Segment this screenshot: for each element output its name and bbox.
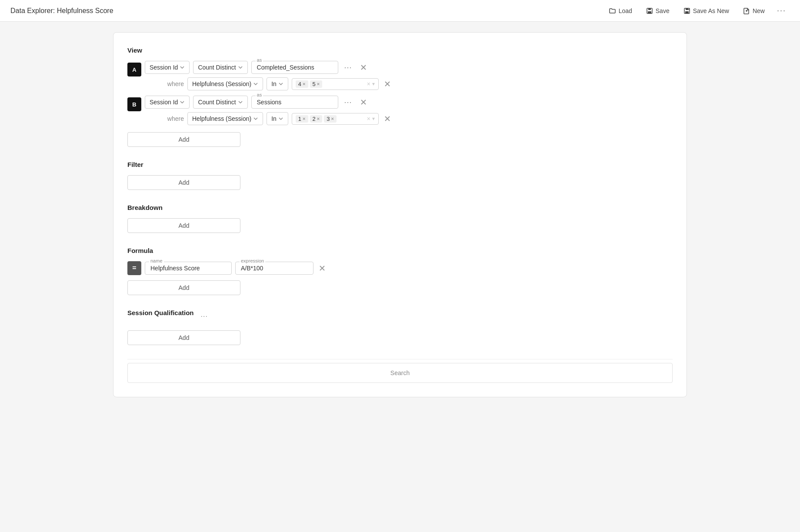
metric-b-filter-op-dropdown[interactable]: In bbox=[267, 112, 288, 125]
main-content: View A Session Id Count Distinct as bbox=[113, 32, 687, 397]
search-bar-wrapper: Search bbox=[127, 359, 673, 383]
metric-b-top: Session Id Count Distinct as ··· bbox=[145, 96, 673, 109]
filter-add-button[interactable]: Add bbox=[127, 175, 240, 190]
chevron-down-icon bbox=[180, 100, 185, 105]
formula-section-title: Formula bbox=[127, 247, 673, 254]
remove-tag-2[interactable]: × bbox=[317, 116, 320, 121]
metric-a-badge: A bbox=[127, 63, 141, 76]
header: Data Explorer: Helpfulness Score Load Sa… bbox=[0, 0, 800, 22]
tag-clear-a[interactable]: × bbox=[367, 80, 370, 87]
tag-pill-1: 1 × bbox=[296, 115, 308, 123]
breakdown-section: Breakdown Add bbox=[127, 204, 673, 233]
svg-rect-5 bbox=[685, 11, 689, 13]
more-options-button[interactable]: ··· bbox=[773, 3, 790, 18]
metric-a-more-button[interactable]: ··· bbox=[342, 61, 355, 74]
view-add-button[interactable]: Add bbox=[127, 132, 240, 147]
page-title: Data Explorer: Helpfulness Score bbox=[10, 7, 113, 15]
new-button[interactable]: New bbox=[738, 5, 770, 17]
metric-a-field-dropdown[interactable]: Session Id bbox=[145, 61, 190, 74]
save-icon bbox=[646, 7, 653, 14]
chevron-down-icon bbox=[253, 81, 258, 86]
metric-a-filter-field-dropdown[interactable]: Helpfulness (Session) bbox=[187, 77, 263, 90]
metric-b-aggregation-dropdown[interactable]: Count Distinct bbox=[193, 96, 247, 109]
session-qualification-add-button[interactable]: Add bbox=[127, 330, 240, 345]
tag-pill-4: 4 × bbox=[296, 80, 308, 88]
session-qualification-more-button[interactable]: ··· bbox=[198, 311, 210, 322]
load-button[interactable]: Load bbox=[604, 5, 637, 17]
breakdown-section-title: Breakdown bbox=[127, 204, 673, 211]
filter-section-title: Filter bbox=[127, 161, 673, 168]
formula-name-wrapper: name bbox=[145, 262, 232, 275]
svg-rect-4 bbox=[686, 8, 688, 10]
breakdown-add-button[interactable]: Add bbox=[127, 218, 240, 233]
tag-pill-2: 2 × bbox=[310, 115, 323, 123]
where-label-a: where bbox=[162, 80, 184, 87]
metric-a-tag-container: 4 × 5 × × ▾ bbox=[292, 78, 379, 90]
metric-b-where-row: where Helpfulness (Session) In 1 × bbox=[162, 112, 673, 125]
view-section-title: View bbox=[127, 47, 673, 54]
tag-clear-b[interactable]: × bbox=[367, 115, 370, 122]
formula-remove-button[interactable] bbox=[317, 263, 327, 273]
remove-tag-4[interactable]: × bbox=[303, 81, 305, 86]
save-as-new-button[interactable]: Save As New bbox=[678, 5, 734, 17]
metric-a-alias-wrapper: as bbox=[251, 61, 338, 74]
metric-b-where-remove-button[interactable] bbox=[382, 113, 393, 124]
metric-a-controls: Session Id Count Distinct as ··· bbox=[145, 61, 673, 90]
metric-b-tag-container: 1 × 2 × 3 × × ▾ bbox=[292, 113, 379, 125]
filter-section: Filter Add bbox=[127, 161, 673, 190]
formula-badge: = bbox=[127, 261, 141, 275]
chevron-down-icon bbox=[238, 65, 243, 70]
formula-name-input[interactable] bbox=[145, 262, 232, 275]
save-as-new-icon bbox=[683, 7, 690, 14]
formula-add-button[interactable]: Add bbox=[127, 280, 240, 295]
metric-b-alias-input[interactable] bbox=[251, 96, 338, 109]
metric-a-top: Session Id Count Distinct as ··· bbox=[145, 61, 673, 74]
save-button[interactable]: Save bbox=[641, 5, 675, 17]
tag-caret-b[interactable]: ▾ bbox=[372, 116, 375, 122]
chevron-down-icon bbox=[278, 81, 283, 86]
svg-rect-1 bbox=[648, 8, 651, 10]
tag-caret-a[interactable]: ▾ bbox=[372, 81, 375, 87]
session-qualification-title: Session Qualification bbox=[127, 309, 194, 316]
folder-icon bbox=[609, 7, 616, 14]
chevron-down-icon bbox=[278, 116, 283, 121]
close-icon bbox=[319, 265, 326, 272]
chevron-down-icon bbox=[180, 65, 185, 70]
metric-b-more-button[interactable]: ··· bbox=[342, 96, 355, 109]
close-icon bbox=[360, 99, 367, 106]
formula-row: = name expression bbox=[127, 261, 673, 275]
new-doc-icon bbox=[743, 7, 750, 14]
metric-a-where-row: where Helpfulness (Session) In 4 × bbox=[162, 77, 673, 90]
search-button[interactable]: Search bbox=[127, 363, 673, 383]
metric-b-controls: Session Id Count Distinct as ··· bbox=[145, 96, 673, 125]
close-icon bbox=[384, 115, 391, 122]
remove-tag-1[interactable]: × bbox=[303, 116, 305, 121]
session-qualification-title-row: Session Qualification ··· bbox=[127, 309, 673, 323]
close-icon bbox=[360, 64, 367, 71]
metric-b-remove-button[interactable] bbox=[358, 97, 369, 107]
formula-expression-input[interactable] bbox=[235, 262, 313, 275]
metric-a-alias-input[interactable] bbox=[251, 61, 338, 74]
metric-b-alias-wrapper: as bbox=[251, 96, 338, 109]
metric-b-field-dropdown[interactable]: Session Id bbox=[145, 96, 190, 109]
header-actions: Load Save Save As New bbox=[604, 3, 790, 18]
svg-rect-2 bbox=[648, 11, 651, 13]
view-section: View A Session Id Count Distinct as bbox=[127, 47, 673, 147]
tag-pill-3: 3 × bbox=[324, 115, 337, 123]
metric-b-filter-field-dropdown[interactable]: Helpfulness (Session) bbox=[187, 112, 263, 125]
where-label-b: where bbox=[162, 115, 184, 122]
formula-section: Formula = name expression Add bbox=[127, 247, 673, 295]
metric-a-remove-button[interactable] bbox=[358, 62, 369, 73]
formula-expression-wrapper: expression bbox=[235, 262, 313, 275]
metric-a-aggregation-dropdown[interactable]: Count Distinct bbox=[193, 61, 247, 74]
metric-a-row: A Session Id Count Distinct as ·· bbox=[127, 61, 673, 90]
chevron-down-icon bbox=[253, 116, 258, 121]
metric-a-filter-op-dropdown[interactable]: In bbox=[267, 77, 288, 90]
metric-a-where-remove-button[interactable] bbox=[382, 79, 393, 89]
remove-tag-3[interactable]: × bbox=[331, 116, 333, 121]
remove-tag-5[interactable]: × bbox=[317, 81, 320, 86]
metric-b-row: B Session Id Count Distinct as ·· bbox=[127, 96, 673, 125]
close-icon bbox=[384, 80, 391, 87]
chevron-down-icon bbox=[238, 100, 243, 105]
metric-b-badge: B bbox=[127, 97, 141, 111]
